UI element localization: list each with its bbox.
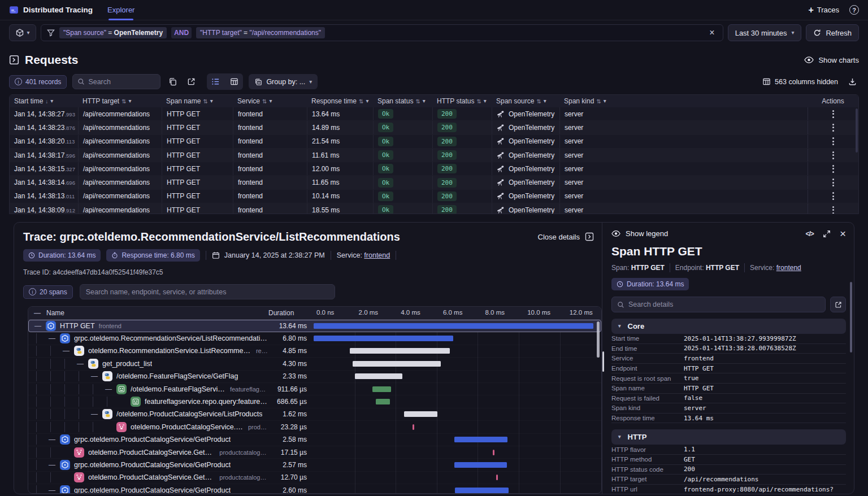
span-row[interactable]: — /oteldemo.FeatureFlagService/GetFlag 2… — [28, 371, 601, 383]
close-details-button[interactable]: Close details — [538, 230, 594, 241]
span-row[interactable]: — /oteldemo.FeatureFlagService/GetFlag f… — [28, 383, 601, 395]
help-icon[interactable]: ? — [849, 5, 859, 15]
collapse-toggle[interactable]: — — [48, 436, 56, 443]
row-actions-kebab-icon[interactable] — [829, 204, 837, 214]
refresh-button[interactable]: Refresh — [806, 24, 859, 41]
section-http[interactable]: ▾ HTTP — [611, 429, 846, 445]
span-row[interactable]: — /oteldemo.ProductCatalogService/ListPr… — [28, 408, 601, 421]
span-bar[interactable] — [413, 424, 414, 430]
service-link[interactable]: frontend — [776, 264, 801, 272]
collapse-toggle[interactable]: — — [90, 372, 98, 380]
copy-icon[interactable] — [166, 75, 179, 88]
collapse-toggle[interactable]: — — [48, 334, 56, 342]
table-view-icon[interactable] — [228, 75, 241, 88]
table-row[interactable]: Jan 14, 14:38:17.596 /api/recommendation… — [10, 149, 858, 162]
columns-hidden-button[interactable]: 563 columns hidden — [762, 77, 838, 86]
tab-explorer[interactable]: Explorer — [107, 0, 134, 20]
span-row[interactable]: oteldemo.ProductCatalogService.ListProdu… — [28, 421, 601, 433]
detail-panel-scrollbar[interactable] — [850, 282, 852, 353]
span-bar[interactable] — [496, 475, 498, 480]
row-actions-kebab-icon[interactable] — [829, 163, 837, 175]
table-row[interactable]: Jan 14, 14:38:14.696 /api/recommendation… — [10, 176, 858, 189]
col-span-kind[interactable]: Span kind⇅▾ — [559, 97, 808, 105]
row-actions-kebab-icon[interactable] — [829, 190, 837, 202]
show-charts-button[interactable]: Show charts — [804, 56, 859, 64]
col-http-status[interactable]: HTTP status⇅▾ — [432, 97, 492, 105]
collapse-toggle[interactable]: — — [105, 385, 112, 393]
collapse-toggle[interactable]: — — [62, 347, 70, 355]
span-search-input[interactable]: Search name, endpoint, service, or attri… — [80, 284, 335, 299]
collapse-toggle[interactable]: — — [90, 410, 98, 418]
collapse-toggle[interactable]: — — [34, 322, 42, 330]
row-actions-kebab-icon[interactable] — [829, 108, 837, 120]
row-actions-kebab-icon[interactable] — [829, 135, 837, 147]
time-range-dropdown[interactable]: Last 30 minutes ▾ — [728, 24, 802, 41]
close-icon[interactable]: × — [840, 228, 846, 239]
table-row[interactable]: Jan 14, 14:38:23.876 /api/recommendation… — [10, 121, 858, 134]
span-bar[interactable] — [314, 336, 453, 341]
span-bar[interactable] — [493, 450, 494, 455]
show-legend-button[interactable]: Show legend — [626, 229, 668, 238]
span-bar[interactable] — [350, 348, 449, 354]
list-view-icon[interactable] — [209, 75, 222, 88]
download-icon[interactable] — [846, 75, 859, 88]
section-core[interactable]: ▾ Core — [611, 319, 846, 334]
source-selector-button[interactable]: ▾ — [9, 24, 36, 41]
span-bar[interactable] — [455, 488, 509, 493]
add-traces-button[interactable]: + Traces — [808, 6, 839, 15]
row-actions-kebab-icon[interactable] — [829, 176, 837, 189]
table-row[interactable]: Jan 14, 14:38:20.113 /api/recommendation… — [10, 135, 858, 149]
filter-operator-and[interactable]: AND — [171, 27, 192, 38]
table-scrollbar[interactable] — [856, 108, 858, 153]
table-row[interactable]: Jan 14, 14:38:13.011 /api/recommendation… — [10, 190, 858, 203]
service-link[interactable]: frontend — [364, 251, 390, 259]
query-filter-input[interactable]: "Span source" = OpenTelemetry AND "HTTP … — [41, 24, 723, 41]
col-start-time[interactable]: Start time↓▾ — [10, 97, 78, 105]
detail-search-input[interactable]: Search details — [611, 297, 826, 312]
span-row[interactable]: — grpc.oteldemo.ProductCatalogService/Ge… — [28, 434, 601, 446]
waterfall-scrollbar[interactable] — [597, 321, 600, 358]
col-response-time[interactable]: Response time⇅▾ — [307, 97, 373, 105]
table-row[interactable]: Jan 14, 14:38:27.993 /api/recommendation… — [10, 107, 858, 121]
span-bar[interactable] — [314, 323, 593, 329]
row-actions-kebab-icon[interactable] — [829, 149, 837, 162]
filter-chip-span-source[interactable]: "Span source" = OpenTelemetry — [59, 27, 167, 38]
col-service[interactable]: Service⇅▾ — [233, 97, 307, 105]
span-row[interactable]: — grpc.oteldemo.RecommendationService/Li… — [28, 332, 601, 345]
collapse-toggle[interactable]: — — [48, 486, 56, 494]
table-row[interactable]: Jan 14, 14:38:15.327 /api/recommendation… — [10, 162, 858, 176]
open-in-new-icon[interactable] — [185, 75, 198, 88]
filter-chip-http-target[interactable]: "HTTP target" = "/api/recommendations" — [196, 27, 325, 38]
span-row[interactable]: — get_product_list 4.30 ms — [28, 358, 601, 370]
collapse-toggle[interactable]: — — [48, 461, 56, 469]
collapse-all-icon[interactable]: — — [34, 309, 41, 317]
span-bar[interactable] — [454, 462, 507, 468]
open-in-new-button[interactable] — [830, 297, 846, 312]
group-by-dropdown[interactable]: Group by: ... ▾ — [249, 74, 318, 89]
col-span-name[interactable]: Span name⇅▾ — [162, 97, 233, 105]
detail-scrollbar-thumb[interactable] — [602, 351, 604, 372]
col-span-status[interactable]: Span status⇅▾ — [373, 97, 432, 105]
span-bar[interactable] — [454, 437, 507, 442]
span-row[interactable]: — grpc.oteldemo.ProductCatalogService/Ge… — [28, 459, 601, 471]
row-actions-kebab-icon[interactable] — [829, 121, 837, 134]
span-bar[interactable] — [355, 373, 403, 379]
collapse-toggle[interactable]: — — [76, 360, 84, 368]
span-row[interactable]: featureflagservice.repo.query:featurefla… — [28, 395, 601, 408]
span-bar[interactable] — [372, 386, 391, 392]
span-row[interactable]: — oteldemo.RecommendationService.ListRec… — [28, 345, 601, 358]
span-row[interactable]: oteldemo.ProductCatalogService.GetProduc… — [28, 472, 601, 484]
span-row[interactable]: oteldemo.ProductCatalogService.GetProduc… — [28, 446, 601, 459]
table-row[interactable]: Jan 14, 14:38:09.912 /api/recommendation… — [10, 203, 858, 214]
span-bar[interactable] — [376, 399, 390, 404]
clear-filter-icon[interactable]: × — [707, 28, 717, 38]
col-http-target[interactable]: HTTP target⇅▾ — [78, 97, 162, 105]
span-bar[interactable] — [353, 361, 441, 367]
span-row[interactable]: — HTTP GET frontend 13.64 ms — [28, 320, 601, 332]
expand-icon[interactable] — [823, 230, 831, 238]
col-span-source[interactable]: Span source⇅▾ — [492, 97, 559, 105]
code-view-icon[interactable]: </> — [806, 230, 814, 238]
span-bar[interactable] — [404, 411, 437, 417]
table-search-input[interactable]: Search — [72, 74, 160, 89]
span-row[interactable]: — grpc.oteldemo.ProductCatalogService/Ge… — [28, 484, 601, 494]
